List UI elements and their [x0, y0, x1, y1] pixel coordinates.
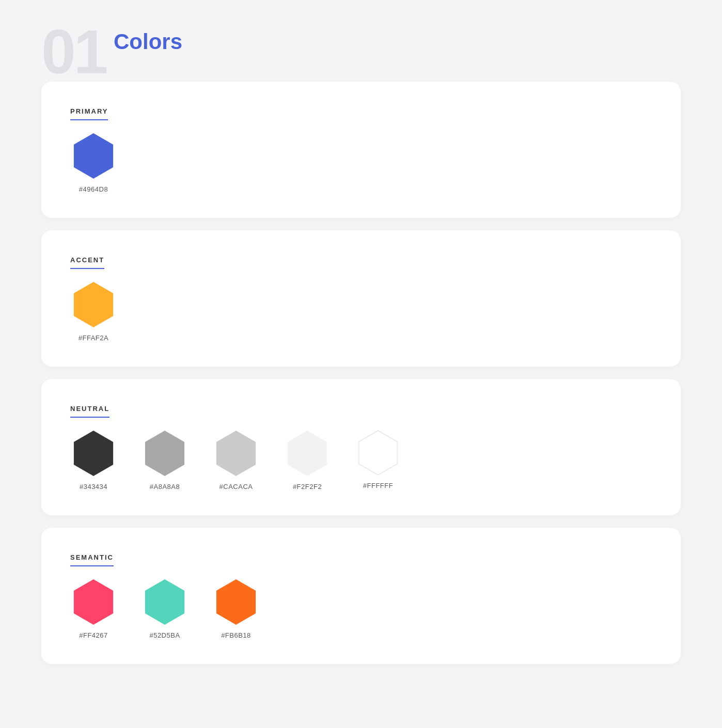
hexagon-wrapper	[213, 579, 259, 625]
swatch-row-primary: #4964D8	[70, 133, 652, 193]
group-label-neutral: NEUTRAL	[70, 405, 109, 418]
hexagon-shape	[213, 579, 259, 625]
group-label-semantic: SEMANTIC	[70, 553, 114, 566]
page-title: Colors	[114, 31, 182, 57]
color-hex-label: #FFAF2A	[79, 334, 108, 342]
color-swatch-item: #FF4267	[70, 579, 117, 639]
color-hex-label: #CACACA	[219, 483, 253, 490]
hexagon-wrapper	[284, 430, 331, 477]
color-swatch-item: #FFAF2A	[70, 281, 117, 342]
color-card-accent: ACCENT#FFAF2A	[41, 230, 681, 367]
color-swatch-item: #F2F2F2	[284, 430, 331, 490]
hexagon-shape	[142, 431, 187, 476]
color-card-neutral: NEUTRAL#343434#A8A8A8#CACACA#F2F2F2#FFFF…	[41, 379, 681, 515]
hexagon-shape	[71, 133, 116, 179]
hexagon-shape	[71, 282, 116, 327]
page-header: 01 Colors	[41, 31, 681, 57]
hexagon-shape	[285, 431, 330, 476]
color-hex-label: #343434	[80, 483, 107, 490]
hexagon-wrapper	[70, 579, 117, 625]
hexagon-shape	[356, 431, 400, 474]
hexagon-shape	[71, 431, 116, 476]
hexagon-shape	[213, 431, 259, 476]
color-card-primary: PRIMARY#4964D8	[41, 82, 681, 218]
color-hex-label: #FB6B18	[221, 631, 251, 639]
hexagon-wrapper	[213, 430, 259, 477]
swatch-row-neutral: #343434#A8A8A8#CACACA#F2F2F2#FFFFFF	[70, 430, 652, 490]
swatch-row-semantic: #FF4267#52D5BA#FB6B18	[70, 579, 652, 639]
hexagon-wrapper	[142, 579, 188, 625]
hexagon-wrapper	[70, 430, 117, 477]
color-hex-label: #4964D8	[79, 185, 108, 193]
hexagon-wrapper	[70, 133, 117, 179]
group-label-primary: PRIMARY	[70, 107, 108, 120]
color-swatch-item: #FB6B18	[213, 579, 259, 639]
hexagon-wrapper	[70, 281, 117, 328]
hexagon-shape	[142, 579, 187, 625]
hexagon-shape	[71, 579, 116, 625]
swatch-row-accent: #FFAF2A	[70, 281, 652, 342]
color-swatch-item: #52D5BA	[142, 579, 188, 639]
color-swatch-item: #4964D8	[70, 133, 117, 193]
hexagon-wrapper	[355, 430, 401, 476]
hexagon-wrapper	[142, 430, 188, 477]
color-hex-label: #FF4267	[79, 631, 108, 639]
color-swatch-item: #A8A8A8	[142, 430, 188, 490]
color-hex-label: #52D5BA	[149, 631, 180, 639]
color-swatch-item: #343434	[70, 430, 117, 490]
color-swatch-item: #CACACA	[213, 430, 259, 490]
color-hex-label: #FFFFFF	[363, 482, 393, 489]
color-hex-label: #F2F2F2	[293, 483, 322, 490]
color-swatch-item: #FFFFFF	[355, 430, 401, 489]
section-number: 01	[41, 21, 106, 83]
color-card-semantic: SEMANTIC#FF4267#52D5BA#FB6B18	[41, 528, 681, 664]
content-area: PRIMARY#4964D8ACCENT#FFAF2ANEUTRAL#34343…	[41, 82, 681, 664]
color-hex-label: #A8A8A8	[150, 483, 180, 490]
group-label-accent: ACCENT	[70, 256, 104, 269]
